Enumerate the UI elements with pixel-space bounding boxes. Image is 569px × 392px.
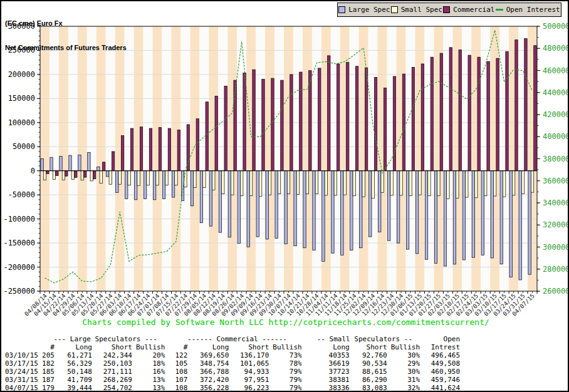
bar-small-spec (362, 171, 365, 197)
bar-small-spec (118, 171, 121, 185)
bar-large-spec (209, 171, 212, 226)
bar-small-spec (81, 171, 83, 180)
bar-small-spec (466, 171, 468, 197)
bar-large-spec (453, 171, 456, 264)
bar-small-spec (334, 171, 337, 195)
table-cell: 179 (42, 384, 58, 392)
left-axis-label: 50000 (13, 142, 35, 151)
bar-large-spec (219, 171, 221, 232)
legend: Large SpecSmall SpecCommercialOpen Inter… (337, 3, 561, 17)
table-cell: 30% (391, 351, 424, 359)
bar-small-spec (212, 171, 215, 190)
right-axis-label: 260000 (543, 287, 569, 296)
bar-commercial (140, 127, 142, 171)
left-axis-label: -50000 (8, 190, 35, 199)
table-column-header: Long (58, 343, 96, 351)
bar-small-spec (512, 171, 514, 195)
bar-large-spec (444, 171, 446, 266)
bar-commercial (243, 73, 246, 171)
bar-commercial (318, 68, 321, 171)
bar-commercial (468, 55, 471, 171)
bar-commercial (215, 96, 217, 171)
table-cell: 268,269 (96, 376, 136, 384)
bar-large-spec (491, 171, 493, 258)
table-cell: 92,760 (353, 351, 391, 359)
bar-small-spec (259, 171, 261, 197)
legend-line-swatch (496, 9, 503, 11)
bar-commercial (253, 70, 255, 171)
table-cell: 13% (136, 376, 169, 384)
bar-large-spec (509, 171, 512, 277)
table-cell: 03/24/15 (4, 368, 42, 376)
bar-small-spec (53, 171, 55, 180)
bar-large-spec (462, 171, 465, 260)
table-row: 03/24/1518550,148271,11116%108366,78894,… (4, 368, 464, 376)
bar-small-spec (203, 171, 206, 188)
bar-small-spec (278, 171, 280, 194)
table-cell: 441,624 (424, 384, 464, 392)
bar-commercial (337, 64, 340, 171)
bar-large-spec (500, 171, 503, 264)
bar-large-spec (425, 171, 427, 260)
bar-commercial (506, 51, 508, 171)
bar-commercial (525, 39, 527, 171)
bar-small-spec (400, 171, 402, 195)
table-column-header: Bullish (391, 343, 424, 351)
table-cell: 182 (42, 359, 58, 368)
bar-large-spec (406, 171, 409, 249)
bar-commercial (309, 71, 311, 171)
table-cell: 18% (136, 359, 169, 368)
table-cell: 78% (273, 359, 305, 368)
right-axis-label: 340000 (543, 199, 569, 207)
bar-large-spec (247, 171, 249, 247)
bar-commercial (93, 171, 95, 179)
bar-large-spec (284, 171, 287, 244)
right-axis-label: 380000 (543, 155, 569, 163)
bar-small-spec (381, 171, 384, 193)
legend-label: Open Interest (506, 6, 560, 14)
bar-small-spec (137, 171, 140, 186)
bar-large-spec (397, 171, 399, 243)
bar-small-spec (390, 171, 393, 195)
bar-commercial (84, 171, 86, 177)
table-cell: 94,933 (232, 368, 273, 376)
table-cell: 90,534 (353, 359, 391, 368)
table-cell: 41,709 (58, 376, 96, 384)
bar-commercial (459, 50, 461, 171)
table-cell: 108 (169, 384, 191, 392)
table-row: 03/17/1518256,329250,10318%105348,754101… (4, 359, 464, 368)
bar-commercial (393, 76, 395, 171)
credit-text: Charts compiled by Software North LLC ht… (1, 317, 569, 327)
bar-large-spec (144, 171, 146, 199)
table-cell: 03/17/15 (4, 359, 42, 368)
bar-commercial (168, 128, 170, 171)
table-cell: 107 (169, 376, 191, 384)
table-cell: 242,344 (96, 351, 136, 359)
table-cell: 32% (391, 384, 424, 392)
table-column-header-row: #LongShortBullish#LongShortBullishLongSh… (4, 343, 464, 351)
table-cell: 185 (42, 368, 58, 376)
right-axis-label: 460000 (543, 66, 569, 75)
bar-small-spec (147, 171, 149, 185)
table-column-header: Short (96, 343, 136, 351)
bar-small-spec (447, 171, 449, 199)
table-cell: 136,170 (232, 351, 273, 359)
table-cell: 31% (391, 376, 424, 384)
table-column-header: Short (353, 343, 391, 351)
table-cell: 13% (136, 384, 169, 392)
bar-commercial (130, 128, 133, 171)
bar-small-spec (71, 171, 74, 180)
table-column-header: # (169, 343, 191, 351)
bar-small-spec (156, 171, 159, 185)
bar-commercial (56, 171, 58, 176)
table-group-header-row: --- Large Speculators --------- Commerci… (4, 335, 464, 343)
table-cell: 30% (391, 368, 424, 376)
bar-large-spec (41, 159, 43, 171)
bar-commercial (355, 66, 358, 171)
table-group-header: --- Large Speculators --- (42, 335, 169, 343)
table-cell: 50,148 (58, 368, 96, 376)
table-cell: 73% (273, 351, 305, 359)
bar-large-spec (50, 157, 53, 171)
bar-large-spec (88, 153, 90, 171)
bar-small-spec (249, 171, 252, 196)
